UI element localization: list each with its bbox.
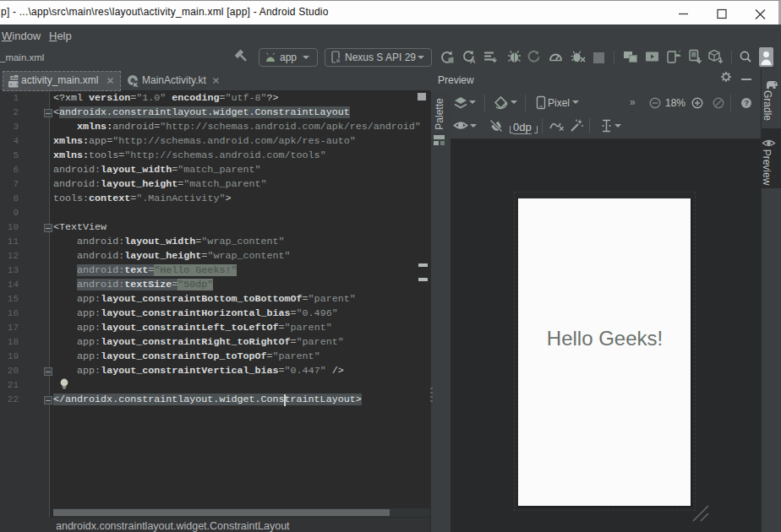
svg-text:?: ?: [745, 99, 750, 107]
svg-text:K: K: [134, 82, 138, 87]
svg-text:A: A: [470, 57, 476, 64]
svg-text:<·>: <·>: [9, 82, 19, 88]
